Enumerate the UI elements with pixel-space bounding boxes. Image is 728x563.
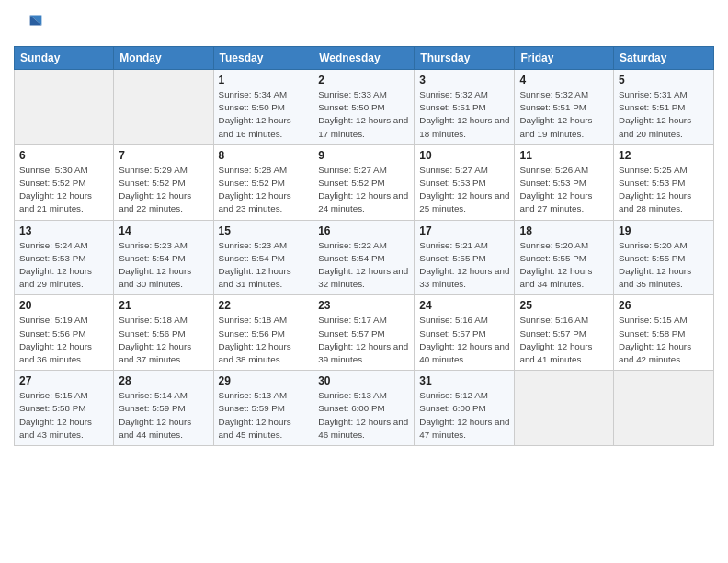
col-header-thursday: Thursday bbox=[415, 47, 515, 70]
day-info: Sunrise: 5:34 AM Sunset: 5:50 PM Dayligh… bbox=[219, 88, 309, 141]
day-number: 23 bbox=[318, 299, 409, 312]
day-info: Sunrise: 5:12 AM Sunset: 6:00 PM Dayligh… bbox=[419, 389, 509, 442]
day-number: 25 bbox=[519, 299, 609, 312]
day-number: 1 bbox=[219, 74, 309, 86]
day-info: Sunrise: 5:24 AM Sunset: 5:53 PM Dayligh… bbox=[19, 239, 108, 292]
calendar-cell: 8Sunrise: 5:28 AM Sunset: 5:52 PM Daylig… bbox=[213, 144, 313, 220]
calendar-cell bbox=[114, 70, 213, 145]
day-info: Sunrise: 5:18 AM Sunset: 5:56 PM Dayligh… bbox=[219, 314, 309, 366]
day-info: Sunrise: 5:32 AM Sunset: 5:51 PM Dayligh… bbox=[419, 88, 509, 141]
calendar-header-row: SundayMondayTuesdayWednesdayThursdayFrid… bbox=[15, 47, 714, 70]
calendar-cell: 27Sunrise: 5:15 AM Sunset: 5:58 PM Dayli… bbox=[15, 371, 114, 446]
calendar-cell: 24Sunrise: 5:16 AM Sunset: 5:57 PM Dayli… bbox=[415, 295, 515, 371]
calendar-cell: 10Sunrise: 5:27 AM Sunset: 5:53 PM Dayli… bbox=[415, 144, 515, 220]
day-number: 28 bbox=[119, 374, 208, 387]
header bbox=[14, 9, 714, 39]
col-header-friday: Friday bbox=[515, 47, 614, 70]
calendar-cell bbox=[614, 371, 714, 446]
day-number: 14 bbox=[119, 224, 208, 237]
day-number: 3 bbox=[419, 74, 509, 86]
calendar-table: SundayMondayTuesdayWednesdayThursdayFrid… bbox=[14, 46, 714, 446]
day-number: 6 bbox=[19, 149, 108, 162]
day-number: 26 bbox=[619, 299, 709, 312]
day-number: 19 bbox=[619, 224, 709, 237]
day-number: 8 bbox=[219, 149, 309, 162]
day-info: Sunrise: 5:22 AM Sunset: 5:54 PM Dayligh… bbox=[318, 239, 409, 292]
day-number: 17 bbox=[419, 224, 509, 237]
calendar-cell: 2Sunrise: 5:33 AM Sunset: 5:50 PM Daylig… bbox=[313, 70, 415, 145]
day-info: Sunrise: 5:25 AM Sunset: 5:53 PM Dayligh… bbox=[619, 164, 709, 216]
calendar-cell bbox=[515, 371, 614, 446]
calendar-cell: 6Sunrise: 5:30 AM Sunset: 5:52 PM Daylig… bbox=[15, 144, 114, 220]
calendar-cell: 11Sunrise: 5:26 AM Sunset: 5:53 PM Dayli… bbox=[515, 144, 614, 220]
day-info: Sunrise: 5:23 AM Sunset: 5:54 PM Dayligh… bbox=[219, 239, 309, 292]
day-info: Sunrise: 5:32 AM Sunset: 5:51 PM Dayligh… bbox=[519, 88, 609, 141]
calendar-week-row: 20Sunrise: 5:19 AM Sunset: 5:56 PM Dayli… bbox=[15, 295, 714, 371]
calendar-week-row: 13Sunrise: 5:24 AM Sunset: 5:53 PM Dayli… bbox=[15, 220, 714, 295]
col-header-sunday: Sunday bbox=[15, 47, 114, 70]
calendar-cell: 15Sunrise: 5:23 AM Sunset: 5:54 PM Dayli… bbox=[213, 220, 313, 295]
calendar-cell: 4Sunrise: 5:32 AM Sunset: 5:51 PM Daylig… bbox=[515, 70, 614, 145]
day-info: Sunrise: 5:28 AM Sunset: 5:52 PM Dayligh… bbox=[219, 164, 309, 216]
calendar-cell: 31Sunrise: 5:12 AM Sunset: 6:00 PM Dayli… bbox=[415, 371, 515, 446]
day-number: 21 bbox=[119, 299, 208, 312]
day-number: 13 bbox=[19, 224, 108, 237]
col-header-monday: Monday bbox=[114, 47, 213, 70]
day-info: Sunrise: 5:13 AM Sunset: 5:59 PM Dayligh… bbox=[219, 389, 309, 442]
calendar-cell: 9Sunrise: 5:27 AM Sunset: 5:52 PM Daylig… bbox=[313, 144, 415, 220]
col-header-wednesday: Wednesday bbox=[313, 47, 415, 70]
day-info: Sunrise: 5:18 AM Sunset: 5:56 PM Dayligh… bbox=[119, 314, 208, 366]
day-number: 20 bbox=[19, 299, 108, 312]
day-number: 10 bbox=[419, 149, 509, 162]
day-number: 30 bbox=[318, 374, 409, 387]
calendar-cell: 13Sunrise: 5:24 AM Sunset: 5:53 PM Dayli… bbox=[15, 220, 114, 295]
day-info: Sunrise: 5:33 AM Sunset: 5:50 PM Dayligh… bbox=[318, 88, 409, 141]
logo bbox=[14, 9, 47, 39]
calendar-week-row: 27Sunrise: 5:15 AM Sunset: 5:58 PM Dayli… bbox=[15, 371, 714, 446]
day-info: Sunrise: 5:26 AM Sunset: 5:53 PM Dayligh… bbox=[519, 164, 609, 216]
calendar-cell: 16Sunrise: 5:22 AM Sunset: 5:54 PM Dayli… bbox=[313, 220, 415, 295]
day-number: 29 bbox=[219, 374, 309, 387]
day-info: Sunrise: 5:27 AM Sunset: 5:53 PM Dayligh… bbox=[419, 164, 509, 216]
day-info: Sunrise: 5:15 AM Sunset: 5:58 PM Dayligh… bbox=[619, 314, 709, 366]
day-number: 7 bbox=[119, 149, 208, 162]
col-header-saturday: Saturday bbox=[614, 47, 714, 70]
day-info: Sunrise: 5:16 AM Sunset: 5:57 PM Dayligh… bbox=[419, 314, 509, 366]
calendar-cell: 12Sunrise: 5:25 AM Sunset: 5:53 PM Dayli… bbox=[614, 144, 714, 220]
day-number: 11 bbox=[519, 149, 609, 162]
day-number: 31 bbox=[419, 374, 509, 387]
day-number: 24 bbox=[419, 299, 509, 312]
day-number: 5 bbox=[619, 74, 709, 86]
page: SundayMondayTuesdayWednesdayThursdayFrid… bbox=[0, 0, 728, 563]
calendar-week-row: 1Sunrise: 5:34 AM Sunset: 5:50 PM Daylig… bbox=[15, 70, 714, 145]
day-number: 4 bbox=[519, 74, 609, 86]
day-info: Sunrise: 5:17 AM Sunset: 5:57 PM Dayligh… bbox=[318, 314, 409, 366]
day-number: 22 bbox=[219, 299, 309, 312]
calendar-cell: 30Sunrise: 5:13 AM Sunset: 6:00 PM Dayli… bbox=[313, 371, 415, 446]
day-number: 15 bbox=[219, 224, 309, 237]
calendar-cell: 29Sunrise: 5:13 AM Sunset: 5:59 PM Dayli… bbox=[213, 371, 313, 446]
day-number: 2 bbox=[318, 74, 409, 86]
day-number: 9 bbox=[318, 149, 409, 162]
calendar-cell bbox=[15, 70, 114, 145]
day-info: Sunrise: 5:15 AM Sunset: 5:58 PM Dayligh… bbox=[19, 389, 108, 442]
day-number: 18 bbox=[519, 224, 609, 237]
day-info: Sunrise: 5:21 AM Sunset: 5:55 PM Dayligh… bbox=[419, 239, 509, 292]
col-header-tuesday: Tuesday bbox=[213, 47, 313, 70]
day-info: Sunrise: 5:23 AM Sunset: 5:54 PM Dayligh… bbox=[119, 239, 208, 292]
logo-icon bbox=[14, 9, 43, 39]
day-number: 12 bbox=[619, 149, 709, 162]
calendar-cell: 7Sunrise: 5:29 AM Sunset: 5:52 PM Daylig… bbox=[114, 144, 213, 220]
calendar-cell: 5Sunrise: 5:31 AM Sunset: 5:51 PM Daylig… bbox=[614, 70, 714, 145]
day-info: Sunrise: 5:13 AM Sunset: 6:00 PM Dayligh… bbox=[318, 389, 409, 442]
calendar-cell: 14Sunrise: 5:23 AM Sunset: 5:54 PM Dayli… bbox=[114, 220, 213, 295]
calendar-cell: 23Sunrise: 5:17 AM Sunset: 5:57 PM Dayli… bbox=[313, 295, 415, 371]
day-info: Sunrise: 5:29 AM Sunset: 5:52 PM Dayligh… bbox=[119, 164, 208, 216]
day-info: Sunrise: 5:27 AM Sunset: 5:52 PM Dayligh… bbox=[318, 164, 409, 216]
calendar-cell: 19Sunrise: 5:20 AM Sunset: 5:55 PM Dayli… bbox=[614, 220, 714, 295]
day-info: Sunrise: 5:16 AM Sunset: 5:57 PM Dayligh… bbox=[519, 314, 609, 366]
calendar-cell: 21Sunrise: 5:18 AM Sunset: 5:56 PM Dayli… bbox=[114, 295, 213, 371]
calendar-cell: 18Sunrise: 5:20 AM Sunset: 5:55 PM Dayli… bbox=[515, 220, 614, 295]
calendar-cell: 28Sunrise: 5:14 AM Sunset: 5:59 PM Dayli… bbox=[114, 371, 213, 446]
calendar-cell: 25Sunrise: 5:16 AM Sunset: 5:57 PM Dayli… bbox=[515, 295, 614, 371]
